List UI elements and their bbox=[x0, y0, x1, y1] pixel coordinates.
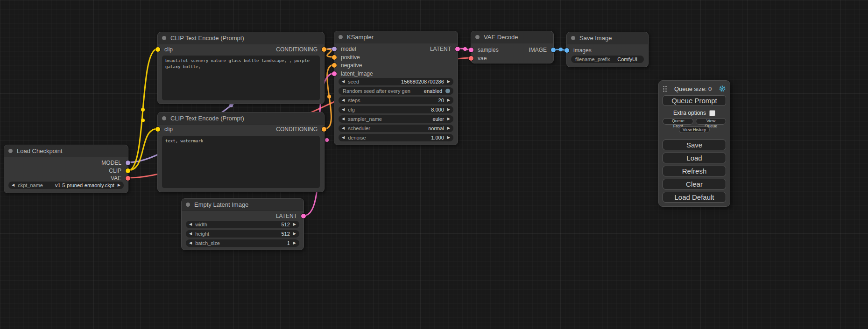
arrow-right-icon[interactable]: ▶ bbox=[447, 115, 450, 123]
arrow-right-icon[interactable]: ▶ bbox=[118, 182, 120, 189]
settings-gear-icon[interactable] bbox=[719, 85, 726, 92]
pin-clip-output[interactable] bbox=[126, 168, 130, 173]
wire-midpoint-conditioning-negative bbox=[327, 95, 331, 98]
widget-scheduler[interactable]: ◀ scheduler normal ▶ bbox=[339, 125, 453, 132]
load-button[interactable]: Load bbox=[663, 153, 726, 163]
pin-vae-input[interactable] bbox=[469, 56, 473, 61]
widget-steps[interactable]: ◀ steps 20 ▶ bbox=[339, 97, 453, 104]
queue-prompt-button[interactable]: Queue Prompt bbox=[663, 95, 726, 106]
node-title-bar[interactable]: Empty Latent Image bbox=[182, 199, 303, 211]
arrow-right-icon[interactable]: ▶ bbox=[293, 239, 296, 247]
pin-model-output[interactable] bbox=[126, 161, 130, 165]
node-empty-latent-image[interactable]: Empty Latent Image LATENT ◀ width 512 ▶ … bbox=[181, 198, 304, 250]
arrow-left-icon[interactable]: ◀ bbox=[342, 106, 345, 113]
collapse-dot-icon[interactable] bbox=[571, 36, 575, 40]
arrow-left-icon[interactable]: ◀ bbox=[12, 182, 14, 189]
arrow-left-icon[interactable]: ◀ bbox=[342, 78, 345, 85]
widget-ckpt-name[interactable]: ◀ ckpt_name v1-5-pruned-emaonly.ckpt ▶ bbox=[8, 182, 124, 189]
collapse-dot-icon[interactable] bbox=[186, 203, 190, 207]
pin-latent-output[interactable] bbox=[301, 214, 306, 218]
node-title-bar[interactable]: KSampler bbox=[334, 31, 458, 43]
wire-midpoint-latent-to-sampler bbox=[325, 138, 329, 142]
pin-image-output[interactable] bbox=[551, 48, 556, 52]
widget-filename-prefix[interactable]: filename_prefix ComfyUI bbox=[571, 56, 644, 63]
widget-denoise[interactable]: ◀ denoise 1.000 ▶ bbox=[339, 134, 453, 141]
toggle-icon[interactable] bbox=[445, 89, 450, 93]
arrow-right-icon[interactable]: ▶ bbox=[293, 230, 296, 238]
slot-label: IMAGE bbox=[529, 47, 547, 53]
prompt-textarea[interactable]: text, watermark bbox=[162, 136, 320, 188]
prompt-textarea[interactable]: beautiful scenery nature glass bottle la… bbox=[162, 56, 320, 100]
pin-negative-input[interactable] bbox=[332, 63, 337, 68]
save-button[interactable]: Save bbox=[663, 140, 726, 150]
node-title-bar[interactable]: VAE Decode bbox=[471, 31, 553, 43]
arrow-right-icon[interactable]: ▶ bbox=[447, 125, 450, 132]
input-slot-images: images bbox=[573, 47, 592, 54]
graph-canvas[interactable]: Load Checkpoint MODEL CLIP VAE ◀ ckpt_na… bbox=[0, 0, 868, 329]
arrow-left-icon[interactable]: ◀ bbox=[342, 125, 345, 132]
collapse-dot-icon[interactable] bbox=[162, 116, 166, 120]
node-save-image[interactable]: Save Image images filename_prefix ComfyU… bbox=[566, 32, 649, 67]
queue-front-button[interactable]: Queue Front bbox=[663, 118, 693, 125]
widget-cfg[interactable]: ◀ cfg 8.000 ▶ bbox=[339, 106, 453, 113]
clear-button[interactable]: Clear bbox=[663, 179, 726, 189]
arrow-left-icon[interactable]: ◀ bbox=[342, 115, 345, 123]
widget-random-seed-toggle[interactable]: Random seed after every gen enabled bbox=[339, 87, 453, 95]
node-title: CLIP Text Encode (Prompt) bbox=[170, 32, 244, 44]
pin-clip-input[interactable] bbox=[155, 47, 160, 52]
refresh-button[interactable]: Refresh bbox=[663, 166, 726, 176]
widget-label: scheduler bbox=[348, 126, 370, 131]
extra-options-checkbox[interactable] bbox=[709, 110, 715, 116]
pin-clip-input[interactable] bbox=[155, 127, 160, 132]
arrow-left-icon[interactable]: ◀ bbox=[189, 221, 192, 228]
node-title-bar[interactable]: Save Image bbox=[567, 32, 648, 44]
widget-width[interactable]: ◀ width 512 ▶ bbox=[186, 221, 299, 228]
widget-value: 1.000 bbox=[366, 135, 444, 140]
node-clip-text-encode-positive[interactable]: CLIP Text Encode (Prompt) clip CONDITION… bbox=[157, 32, 325, 104]
slot-label: negative bbox=[341, 62, 362, 69]
widget-sampler-name[interactable]: ◀ sampler_name euler ▶ bbox=[339, 115, 453, 123]
pin-positive-input[interactable] bbox=[332, 55, 337, 60]
drag-handle-icon[interactable] bbox=[663, 85, 667, 92]
queue-size-label: Queue size: 0 bbox=[667, 85, 719, 92]
pin-latent-output[interactable] bbox=[455, 47, 460, 51]
node-title: VAE Decode bbox=[484, 31, 518, 43]
node-title-bar[interactable]: Load Checkpoint bbox=[4, 145, 128, 157]
arrow-left-icon[interactable]: ◀ bbox=[189, 239, 192, 247]
pin-conditioning-output[interactable] bbox=[322, 127, 326, 132]
load-default-button[interactable]: Load Default bbox=[663, 192, 726, 203]
collapse-dot-icon[interactable] bbox=[8, 149, 13, 153]
widget-batch-size[interactable]: ◀ batch_size 1 ▶ bbox=[186, 239, 299, 247]
view-history-button[interactable]: View History bbox=[679, 126, 710, 133]
arrow-left-icon[interactable]: ◀ bbox=[342, 97, 345, 104]
pin-conditioning-output[interactable] bbox=[322, 47, 326, 52]
arrow-left-icon[interactable]: ◀ bbox=[189, 230, 192, 238]
pin-model-input[interactable] bbox=[332, 47, 337, 51]
node-ksampler[interactable]: KSampler model positive negative latent_… bbox=[334, 31, 458, 145]
output-slot-conditioning: CONDITIONING bbox=[276, 46, 318, 53]
widget-height[interactable]: ◀ height 512 ▶ bbox=[186, 230, 299, 238]
output-slot-image: IMAGE bbox=[529, 46, 547, 54]
collapse-dot-icon[interactable] bbox=[339, 35, 343, 39]
node-vae-decode[interactable]: VAE Decode samples vae IMAGE bbox=[471, 31, 554, 63]
arrow-right-icon[interactable]: ▶ bbox=[293, 221, 296, 228]
arrow-right-icon[interactable]: ▶ bbox=[447, 97, 450, 104]
node-title-bar[interactable]: CLIP Text Encode (Prompt) bbox=[158, 112, 324, 125]
view-queue-button[interactable]: View Queue bbox=[696, 118, 726, 125]
pin-vae-output[interactable] bbox=[126, 176, 130, 181]
arrow-left-icon[interactable]: ◀ bbox=[342, 134, 345, 141]
pin-samples-input[interactable] bbox=[469, 48, 473, 52]
arrow-right-icon[interactable]: ▶ bbox=[447, 134, 450, 141]
widget-label: filename_prefix bbox=[575, 56, 610, 62]
pin-latent-image-input[interactable] bbox=[332, 71, 337, 76]
node-title: KSampler bbox=[347, 31, 374, 43]
node-title-bar[interactable]: CLIP Text Encode (Prompt) bbox=[158, 32, 324, 44]
collapse-dot-icon[interactable] bbox=[475, 35, 480, 39]
node-clip-text-encode-negative[interactable]: CLIP Text Encode (Prompt) clip CONDITION… bbox=[157, 112, 325, 192]
pin-images-input[interactable] bbox=[565, 48, 569, 53]
arrow-right-icon[interactable]: ▶ bbox=[447, 106, 450, 113]
node-load-checkpoint[interactable]: Load Checkpoint MODEL CLIP VAE ◀ ckpt_na… bbox=[4, 145, 128, 193]
arrow-right-icon[interactable]: ▶ bbox=[447, 78, 450, 85]
widget-seed[interactable]: ◀ seed 156680208700286 ▶ bbox=[339, 78, 453, 85]
collapse-dot-icon[interactable] bbox=[162, 36, 166, 40]
